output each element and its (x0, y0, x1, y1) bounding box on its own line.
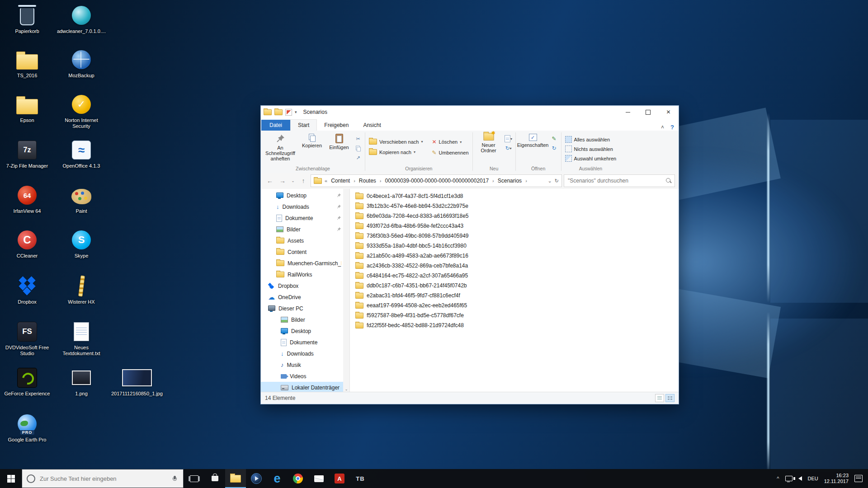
breadcrumb-item-routes[interactable]: Routes (358, 177, 377, 185)
back-button[interactable]: ← (264, 175, 275, 186)
desktop-icon-7zip[interactable]: 7z 7-Zip File Manager (2, 138, 52, 169)
details-view-button[interactable] (655, 394, 664, 402)
sidebar-item-downloads[interactable]: ↓ Downloads (261, 201, 349, 212)
file-row[interactable]: 6b9e03da-7208-4ecd-8383-a616693f18e5 (350, 211, 509, 221)
sidebar-item-desktop[interactable]: Desktop (261, 190, 349, 201)
nav-scrollbar[interactable]: ⌄ (343, 189, 349, 392)
desktop-icon-1png[interactable]: 1.png (56, 366, 107, 397)
up-button[interactable]: ↑ (298, 175, 309, 186)
edit-button[interactable]: ✎ (549, 135, 559, 143)
copy-button[interactable]: Kopieren (299, 132, 325, 149)
paste-shortcut-button[interactable]: ↗ (353, 154, 363, 162)
desktop-icon-norton[interactable]: ✓ Norton Internet Security (56, 93, 107, 129)
file-row[interactable]: fd22f55f-bedc-4852-bd88-21d9724dfc48 (350, 320, 509, 330)
delete-button[interactable]: ✕ Löschen ▾ (430, 138, 470, 145)
qat-properties-icon[interactable] (285, 109, 292, 116)
refresh-icon[interactable]: ↻ (555, 178, 559, 184)
file-row[interactable]: 9333d55a-18a0-4dbf-bbc5-14b16ccf3980 (350, 241, 509, 251)
recent-locations-chevron-icon[interactable]: ⌄ (290, 175, 296, 186)
copy-to-button[interactable]: Kopieren nach ▾ (367, 149, 425, 155)
history-button[interactable]: ↻ (549, 144, 559, 152)
taskbar-edge[interactable]: e (267, 469, 288, 488)
forward-button[interactable]: → (277, 175, 288, 186)
taskbar-file-explorer[interactable] (225, 469, 246, 488)
sidebar-item-assets[interactable]: Assets (261, 235, 349, 246)
easy-access-button[interactable]: ↻▾ (504, 144, 514, 152)
desktop-icon-screenshot-jpg[interactable]: 20171112160850_1.jpg (108, 366, 166, 397)
sidebar-item-pc-desktop[interactable]: Desktop (261, 325, 349, 337)
file-row[interactable]: 0c4bece1-a70f-4a37-8cf1-5f4d1cf1e3d8 (350, 191, 509, 201)
scroll-down-icon[interactable]: ⌄ (345, 387, 348, 391)
sidebar-item-bilder[interactable]: Bilder (261, 224, 349, 235)
file-row[interactable]: 493f072d-6fba-48b6-958e-fef2ccc43a43 (350, 221, 509, 231)
desktop-icon-skype[interactable]: S Skype (56, 228, 107, 259)
properties-button[interactable]: ✓ Eigenschaften (518, 132, 548, 149)
desktop-icon-adwcleaner[interactable]: adwcleaner_7.0.1.0.... (56, 4, 107, 34)
tab-start[interactable]: Start (290, 119, 317, 131)
desktop-icon-mozbackup[interactable]: MozBackup (56, 48, 107, 79)
select-all-button[interactable]: Alles auswählen (563, 136, 618, 143)
cut-button[interactable]: ✂ (353, 135, 363, 143)
copy-path-button[interactable] (353, 144, 363, 152)
maximize-button[interactable] (638, 106, 658, 118)
sidebar-item-local-disk-c[interactable]: Lokaler Datenträger (C:) (261, 382, 349, 392)
taskbar-search[interactable] (22, 469, 184, 488)
sidebar-item-content[interactable]: Content (261, 246, 349, 258)
close-button[interactable]: ✕ (658, 106, 679, 118)
file-row[interactable]: ac2436cb-3382-4522-869a-ceb7bfe8a14a (350, 261, 509, 271)
breadcrumb[interactable]: « Content › Routes › 00000039-0000-0000-… (311, 174, 562, 187)
file-row[interactable]: 3fb12b3c-457e-46e8-bb94-53d2c22b975e (350, 201, 509, 211)
desktop-icon-ts2016[interactable]: TS_2016 (2, 48, 52, 79)
breadcrumb-root-icon[interactable]: « (325, 178, 327, 183)
sidebar-item-muenchen-garmisch[interactable]: Muenchen-Garmisch_De (261, 258, 349, 269)
desktop-icon-dvdvideosoft[interactable]: FS DVDVideoSoft Free Studio (2, 320, 52, 357)
help-icon[interactable]: ? (670, 124, 674, 131)
taskbar-tb-app[interactable]: TB (350, 469, 371, 488)
file-row[interactable]: a21ab50c-a489-4583-a2ab-ae6673f89c16 (350, 251, 509, 261)
volume-icon[interactable] (798, 476, 802, 481)
taskbar-mail[interactable] (308, 469, 329, 488)
taskbar-chrome[interactable] (288, 469, 308, 488)
sidebar-item-pc-dokumente[interactable]: Dokumente (261, 337, 349, 348)
invert-selection-button[interactable]: Auswahl umkehren (563, 155, 618, 162)
qat-customize-chevron-icon[interactable]: ▾ (295, 110, 297, 114)
tab-freigeben[interactable]: Freigeben (317, 120, 356, 131)
new-item-button[interactable]: ▾ (504, 135, 514, 143)
desktop-icon-wisterer[interactable]: Wisterer HX (56, 274, 107, 305)
network-icon[interactable] (785, 476, 793, 481)
paste-button[interactable]: Einfügen (326, 132, 352, 151)
breadcrumb-item-content[interactable]: Content (330, 177, 351, 185)
breadcrumb-item-route-guid[interactable]: 00000039-0000-0000-0000-000000002017 (384, 177, 490, 185)
file-row[interactable]: e2abac31-bfd4-46f5-9fd7-cf881c6ecf4f (350, 291, 509, 300)
rename-button[interactable]: ✎ Umbenennen (430, 149, 470, 156)
taskbar-search-input[interactable] (39, 475, 169, 483)
collapse-ribbon-icon[interactable]: ˄ (661, 124, 664, 131)
taskbar-adobe-reader[interactable]: A (329, 469, 350, 488)
file-row[interactable]: 736f30b3-56ed-49bc-8098-57b9dd405949 (350, 231, 509, 241)
pin-to-quick-access-button[interactable]: An Schnellzugriff anheften (263, 132, 298, 162)
sidebar-item-dieser-pc[interactable]: Dieser PC (261, 303, 349, 314)
tray-expand-chevron-icon[interactable]: ^ (777, 476, 779, 481)
file-row[interactable]: ddb0c187-c6b7-4351-bb67-214f45f0742b (350, 281, 509, 291)
microphone-icon[interactable] (173, 476, 177, 482)
sidebar-item-pc-musik[interactable]: ♪ Musik (261, 359, 349, 371)
sidebar-item-pc-downloads[interactable]: ↓ Downloads (261, 348, 349, 359)
file-row[interactable]: c6484164-ec75-4822-a2cf-307a65466a95 (350, 271, 509, 281)
desktop-icon-dropbox[interactable]: Dropbox (2, 274, 52, 305)
sidebar-item-onedrive[interactable]: ☁ OneDrive (261, 291, 349, 303)
action-center-icon[interactable] (854, 475, 863, 482)
desktop-icon-geforce[interactable]: GeForce Experience (2, 366, 52, 397)
explorer-search-input[interactable] (567, 177, 664, 184)
qat-new-folder-icon[interactable] (274, 109, 283, 115)
taskbar-store[interactable] (204, 469, 225, 488)
sidebar-item-dropbox[interactable]: Dropbox (261, 280, 349, 291)
file-row[interactable]: f5927587-8be9-4f31-bd5e-c5778df67cfe (350, 310, 509, 320)
desktop-icon-openoffice[interactable]: ≈ OpenOffice 4.1.3 (56, 138, 107, 169)
select-none-button[interactable]: Nichts auswählen (563, 145, 618, 153)
address-dropdown-icon[interactable]: ⌄ (548, 178, 552, 184)
start-button[interactable] (0, 469, 22, 488)
desktop-icon-irfanview[interactable]: 64 IrfanView 64 (2, 183, 52, 214)
desktop-icon-google-earth[interactable]: PRO Google Earth Pro (2, 412, 52, 443)
sidebar-item-railworks[interactable]: RailWorks (261, 269, 349, 280)
sidebar-item-pc-bilder[interactable]: Bilder (261, 314, 349, 325)
